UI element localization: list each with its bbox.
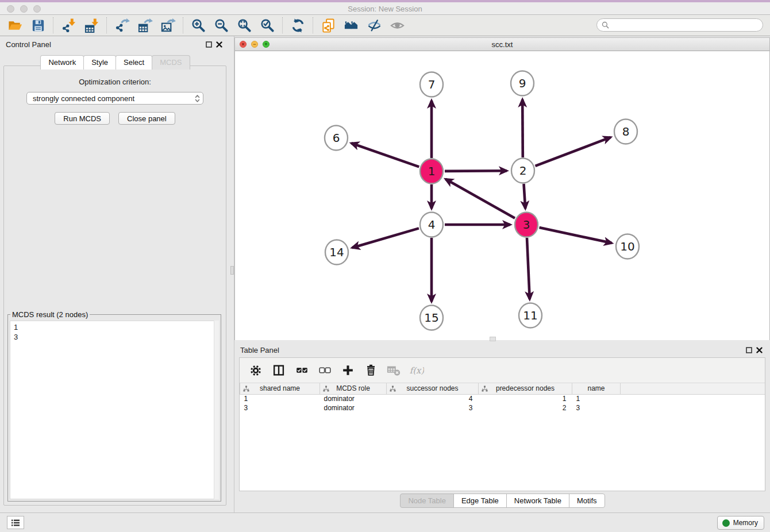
graph-node-3[interactable]: 3 [515,213,538,237]
cell[interactable]: 2 [479,403,572,413]
column-header-MCDS-role[interactable]: MCDS role [320,383,387,394]
task-history-button[interactable] [7,516,24,529]
select-all-button[interactable] [291,361,312,380]
node-label: 4 [428,218,436,232]
splitter-grip[interactable] [230,266,234,275]
cell-filler [621,403,765,413]
settings-button[interactable] [245,361,266,380]
cell[interactable]: dominator [320,394,387,403]
search-box[interactable] [596,18,763,32]
network-minimize-icon[interactable]: − [251,41,258,48]
zoom-out-button[interactable] [210,16,233,34]
column-header-successor-nodes[interactable]: successor nodes [387,383,479,394]
memory-button[interactable]: Memory [717,516,764,530]
cell[interactable]: 3 [572,403,621,413]
column-label: predecessor nodes [496,384,555,392]
add-row-button[interactable] [337,361,358,380]
column-header-name[interactable]: name [572,383,621,394]
tab-edge-table[interactable]: Edge Table [453,494,507,508]
network-window-controls[interactable]: × − + [240,41,270,48]
panel-splitter[interactable] [230,36,234,512]
export-network-button[interactable] [110,16,133,34]
mcds-result-text[interactable]: 1 3 [10,321,219,499]
cell[interactable]: 1 [240,394,320,403]
table-close-button[interactable] [754,345,764,355]
refresh-layout-button[interactable] [286,16,309,34]
edge-2-8[interactable] [536,137,611,166]
search-input[interactable] [612,21,758,29]
graph-node-8[interactable]: 8 [614,119,637,144]
network-canvas[interactable]: 7968124314101511 [235,51,769,340]
edge-1-2[interactable] [445,171,507,171]
tab-node-table[interactable]: Node Table [400,494,454,508]
show-all-button[interactable] [386,16,409,34]
clone-network-button[interactable] [317,16,340,34]
delete-row-button[interactable] [360,361,381,380]
edge-1-6[interactable] [351,143,419,167]
zoom-in-button[interactable] [187,16,210,34]
edge-3-1[interactable] [445,179,515,218]
toolbar-separator [313,17,313,33]
network-maximize-icon[interactable]: + [263,41,270,48]
graph-node-2[interactable]: 2 [511,159,534,183]
cell[interactable]: 4 [387,394,479,403]
optimization-criterion-label: Optimization criterion: [4,78,226,86]
edge-3-10[interactable] [540,228,612,243]
first-neighbors-button[interactable] [340,16,363,34]
column-header-predecessor-nodes[interactable]: predecessor nodes [479,383,572,394]
tab-motifs[interactable]: Motifs [569,494,605,508]
node-table[interactable]: shared nameMCDS rolesuccessor nodesprede… [240,383,765,413]
columns-button[interactable] [268,361,289,380]
network-window-title: scc.txt [235,38,769,49]
column-header-shared-name[interactable]: shared name [240,383,320,394]
cell[interactable]: 3 [240,403,320,413]
tab-mcds[interactable]: MCDS [152,55,190,70]
close-panel-action-button[interactable]: Close panel [118,112,175,125]
graph-node-11[interactable]: 11 [519,303,542,328]
hide-selected-button[interactable] [363,16,386,34]
close-panel-button[interactable] [214,39,224,49]
graph-node-1[interactable]: 1 [420,159,443,184]
graph-node-7[interactable]: 7 [420,72,443,97]
cell[interactable]: 1 [572,394,621,403]
tab-select[interactable]: Select [116,55,152,70]
save-session-button[interactable] [26,16,49,34]
network-graph[interactable]: 7968124314101511 [235,51,769,340]
export-table-button[interactable] [133,16,156,34]
node-label: 14 [329,245,344,259]
run-mcds-button[interactable]: Run MCDS [55,112,110,125]
cell[interactable]: 3 [387,403,479,413]
open-file-button[interactable] [3,16,26,34]
tab-style[interactable]: Style [83,55,116,70]
tab-network-table[interactable]: Network Table [506,494,569,508]
deselect-all-button[interactable] [314,361,335,380]
zoom-fit-button[interactable] [233,16,256,34]
result-scrollbar[interactable] [214,321,219,499]
float-panel-button[interactable] [203,39,214,49]
table-row[interactable]: 3dominator323 [240,403,765,413]
edge-2-3[interactable] [524,184,526,209]
graph-node-4[interactable]: 4 [420,213,443,237]
table-float-button[interactable] [744,345,754,355]
cell[interactable]: dominator [320,403,387,413]
tab-network[interactable]: Network [40,55,84,70]
import-table-button[interactable] [80,16,103,34]
edge-4-14[interactable] [352,228,419,248]
network-close-icon[interactable]: × [240,41,247,48]
export-image-button[interactable] [156,16,179,34]
cell[interactable]: 1 [479,394,572,403]
optimization-criterion-select[interactable]: strongly connected component [26,92,203,105]
node-label: 7 [428,78,436,91]
graph-node-14[interactable]: 14 [325,240,348,265]
edge-2-9[interactable] [522,99,523,157]
graph-node-10[interactable]: 10 [616,234,639,259]
graph-node-6[interactable]: 6 [325,126,348,151]
zoom-selected-button[interactable] [256,16,279,34]
import-network-button[interactable] [57,16,80,34]
network-window-titlebar[interactable]: × − + scc.txt [235,38,769,51]
graph-node-15[interactable]: 15 [420,306,443,330]
graph-node-9[interactable]: 9 [511,71,534,96]
edge-3-11[interactable] [527,238,530,299]
table-row[interactable]: 1dominator411 [240,394,765,403]
horizontal-splitter-grip[interactable] [490,337,496,341]
